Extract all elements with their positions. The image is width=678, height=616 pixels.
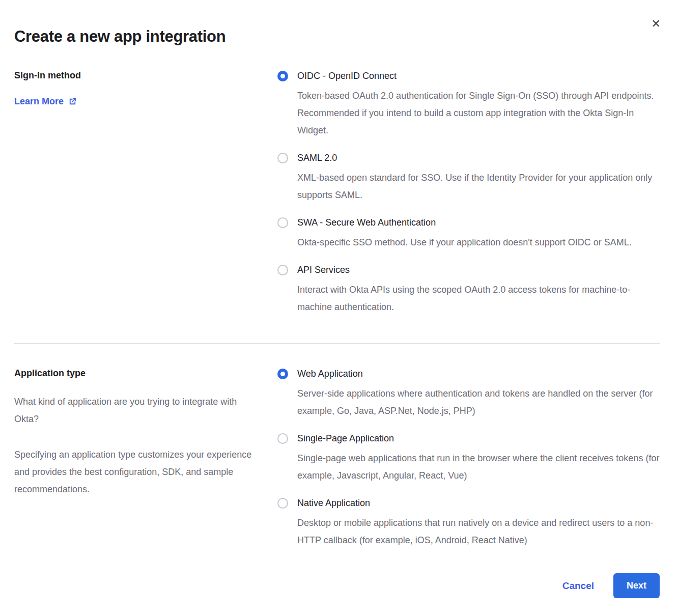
option-label[interactable]: Native Application (297, 497, 660, 509)
sign-in-method-option[interactable]: OIDC - OpenID Connect Token-based OAuth … (277, 70, 660, 139)
radio-button-icon[interactable] (277, 217, 288, 228)
create-app-integration-dialog: ✕ Create a new app integration Sign-in m… (0, 0, 678, 616)
application-type-option[interactable]: Web Application Server-side applications… (277, 368, 660, 419)
application-type-description-2: Specifying an application type customize… (14, 446, 254, 498)
option-body: Web Application Server-side applications… (297, 368, 660, 419)
option-description: Desktop or mobile applications that run … (297, 514, 660, 549)
radio-button-icon[interactable] (277, 433, 288, 444)
radio-button-icon[interactable] (277, 369, 288, 379)
radio-button-icon[interactable] (277, 498, 288, 509)
dialog-footer: Cancel Next (14, 573, 660, 598)
application-type-label: Application type (14, 368, 254, 379)
option-body: API Services Interact with Okta APIs usi… (297, 264, 660, 316)
option-description: Interact with Okta APIs using the scoped… (297, 281, 660, 316)
option-label[interactable]: Web Application (297, 368, 660, 379)
option-label[interactable]: SAML 2.0 (297, 152, 660, 163)
option-description: Token-based OAuth 2.0 authentication for… (297, 87, 660, 139)
sign-in-method-left-column: Sign-in method Learn More (14, 70, 277, 316)
option-description: Server-side applications where authentic… (297, 385, 660, 419)
option-body: SAML 2.0 XML-based open standard for SSO… (297, 152, 660, 204)
option-description: Okta-specific SSO method. Use if your ap… (297, 234, 632, 251)
learn-more-link[interactable]: Learn More (14, 96, 77, 107)
section-divider (14, 343, 660, 344)
application-type-option[interactable]: Native Application Desktop or mobile app… (277, 497, 660, 549)
sign-in-method-section: Sign-in method Learn More OIDC - OpenID … (14, 70, 660, 316)
application-type-left-column: Application type What kind of applicatio… (14, 368, 277, 549)
option-label[interactable]: API Services (297, 264, 660, 275)
option-description: XML-based open standard for SSO. Use if … (297, 169, 660, 204)
external-link-icon (68, 97, 77, 106)
option-label[interactable]: SWA - Secure Web Authentication (297, 217, 632, 228)
option-body: Native Application Desktop or mobile app… (297, 497, 660, 549)
radio-button-icon[interactable] (277, 71, 288, 81)
cancel-button[interactable]: Cancel (562, 580, 594, 592)
application-type-section: Application type What kind of applicatio… (14, 368, 660, 549)
option-body: Single-Page Application Single-page web … (297, 433, 660, 484)
option-label[interactable]: Single-Page Application (297, 433, 660, 444)
option-description: Single-page web applications that run in… (297, 450, 660, 484)
radio-button-icon[interactable] (277, 265, 288, 275)
sign-in-method-option[interactable]: SAML 2.0 XML-based open standard for SSO… (277, 152, 660, 204)
learn-more-label: Learn More (14, 96, 64, 107)
sign-in-method-option[interactable]: API Services Interact with Okta APIs usi… (277, 264, 660, 316)
option-label[interactable]: OIDC - OpenID Connect (297, 70, 660, 81)
close-icon[interactable]: ✕ (652, 18, 661, 30)
radio-button-icon[interactable] (277, 153, 288, 163)
next-button[interactable]: Next (613, 573, 660, 598)
sign-in-method-option[interactable]: SWA - Secure Web Authentication Okta-spe… (277, 217, 660, 251)
option-body: SWA - Secure Web Authentication Okta-spe… (297, 217, 632, 251)
sign-in-method-label: Sign-in method (14, 70, 254, 81)
option-body: OIDC - OpenID Connect Token-based OAuth … (297, 70, 660, 139)
application-type-description-1: What kind of application are you trying … (14, 393, 254, 428)
application-type-option[interactable]: Single-Page Application Single-page web … (277, 433, 660, 484)
application-type-options: Web Application Server-side applications… (277, 368, 660, 549)
sign-in-method-options: OIDC - OpenID Connect Token-based OAuth … (277, 70, 660, 316)
page-title: Create a new app integration (14, 27, 660, 46)
